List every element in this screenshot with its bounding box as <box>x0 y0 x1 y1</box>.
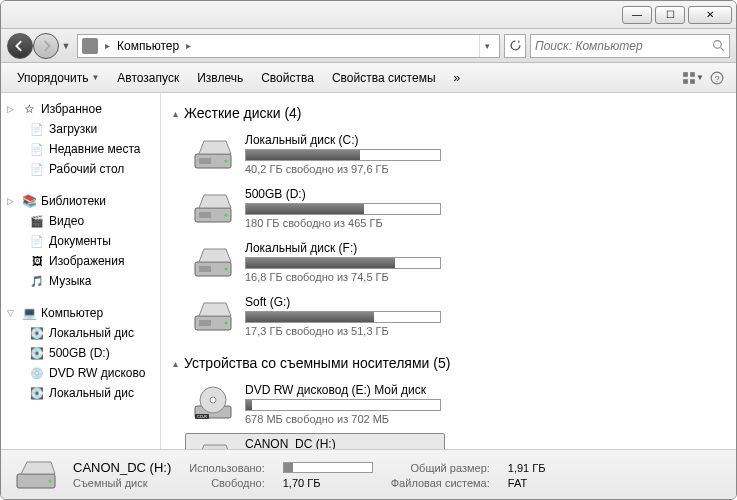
sidebar-item-pictures[interactable]: 🖼Изображения <box>1 251 160 271</box>
sidebar-libraries-header[interactable]: ▷ 📚 Библиотеки <box>1 191 160 211</box>
capacity-bar <box>245 203 441 215</box>
folder-icon: 📄 <box>29 121 45 137</box>
drive-free-text: 17,3 ГБ свободно из 51,3 ГБ <box>245 325 441 337</box>
svg-rect-3 <box>690 72 695 77</box>
refresh-button[interactable] <box>504 34 526 58</box>
sidebar-item-music[interactable]: 🎵Музыка <box>1 271 160 291</box>
svg-point-0 <box>714 41 722 49</box>
section-hard-drives[interactable]: ▴ Жесткие диски (4) <box>173 101 724 125</box>
sidebar-item-drive-f[interactable]: 💽Локальный дис <box>1 383 160 403</box>
chevron-down-icon: ▼ <box>91 73 99 82</box>
svg-rect-13 <box>199 212 211 218</box>
drive-item[interactable]: Локальный диск (F:) 16,8 ГБ свободно из … <box>185 237 445 287</box>
maximize-button[interactable]: ☐ <box>655 6 685 24</box>
arrow-left-icon <box>14 40 26 52</box>
nav-history-dropdown[interactable]: ▼ <box>59 41 73 51</box>
sidebar-item-downloads[interactable]: 📄Загрузки <box>1 119 160 139</box>
sidebar-item-drive-c[interactable]: 💽Локальный дис <box>1 323 160 343</box>
back-button[interactable] <box>7 33 33 59</box>
drive-free-text: 678 МБ свободно из 702 МБ <box>245 413 441 425</box>
status-free-value: 1,70 ГБ <box>283 477 373 489</box>
svg-text:CD-R: CD-R <box>197 414 207 419</box>
help-button[interactable]: ? <box>706 67 728 89</box>
system-properties-button[interactable]: Свойства системы <box>324 67 444 89</box>
breadcrumb-chevron-icon[interactable]: ▸ <box>102 40 113 51</box>
toolbar-overflow[interactable]: » <box>446 67 469 89</box>
drive-item[interactable]: CANON_DC (H:) 1,70 ГБ свободно из 1,91 Г… <box>185 433 445 449</box>
address-bar[interactable]: ▸ Компьютер ▸ ▾ <box>77 34 500 58</box>
drive-item[interactable]: Soft (G:) 17,3 ГБ свободно из 51,3 ГБ <box>185 291 445 341</box>
status-total-value: 1,91 ГБ <box>508 462 546 474</box>
collapse-icon: ▷ <box>7 104 17 114</box>
navigation-bar: ▼ ▸ Компьютер ▸ ▾ <box>1 29 736 63</box>
drive-name: DVD RW дисковод (E:) Мой диск <box>245 383 441 397</box>
capacity-bar <box>245 149 441 161</box>
status-total-label: Общий размер: <box>391 462 490 474</box>
minimize-button[interactable]: — <box>622 6 652 24</box>
close-button[interactable]: ✕ <box>688 6 732 24</box>
hard-drive-icon <box>189 295 237 337</box>
forward-button[interactable] <box>33 33 59 59</box>
dvd-icon: 💿 <box>29 365 45 381</box>
star-icon: ☆ <box>21 101 37 117</box>
status-fs-value: FAT <box>508 477 546 489</box>
sidebar-item-desktop[interactable]: 📄Рабочий стол <box>1 159 160 179</box>
status-used-label: Использовано: <box>189 462 265 474</box>
drive-icon: 💽 <box>29 325 45 341</box>
capacity-bar <box>245 311 441 323</box>
status-used-bar <box>283 462 373 473</box>
drive-free-text: 40,2 ГБ свободно из 97,6 ГБ <box>245 163 441 175</box>
collapse-icon: ▷ <box>7 196 17 206</box>
window-titlebar: — ☐ ✕ <box>1 1 736 29</box>
organize-menu[interactable]: Упорядочить▼ <box>9 67 107 89</box>
sidebar-favorites-header[interactable]: ▷ ☆ Избранное <box>1 99 160 119</box>
drive-item[interactable]: 500GB (D:) 180 ГБ свободно из 465 ГБ <box>185 183 445 233</box>
capacity-bar <box>245 257 441 269</box>
sidebar-item-drive-d[interactable]: 💽500GB (D:) <box>1 343 160 363</box>
svg-point-22 <box>210 397 216 403</box>
view-options-button[interactable]: ▼ <box>682 67 704 89</box>
folder-icon: 📄 <box>29 141 45 157</box>
sidebar-item-videos[interactable]: 🎬Видео <box>1 211 160 231</box>
expand-icon: ▽ <box>7 308 17 318</box>
address-dropdown[interactable]: ▾ <box>479 35 495 57</box>
drive-item[interactable]: CD-R DVD RW дисковод (E:) Мой диск 678 М… <box>185 379 445 429</box>
svg-text:?: ? <box>714 73 719 83</box>
drive-item[interactable]: Локальный диск (C:) 40,2 ГБ свободно из … <box>185 129 445 179</box>
navigation-pane: ▷ ☆ Избранное 📄Загрузки 📄Недавние места … <box>1 93 161 449</box>
computer-icon: 💻 <box>21 305 37 321</box>
drive-name: Локальный диск (C:) <box>245 133 441 147</box>
status-drive-name: CANON_DC (H:) <box>73 460 171 475</box>
section-removable[interactable]: ▴ Устройства со съемными носителями (5) <box>173 351 724 375</box>
svg-rect-10 <box>199 158 211 164</box>
sidebar-item-drive-dvd[interactable]: 💿DVD RW дисково <box>1 363 160 383</box>
sidebar-item-documents[interactable]: 📄Документы <box>1 231 160 251</box>
drive-name: 500GB (D:) <box>245 187 441 201</box>
svg-rect-4 <box>683 79 688 84</box>
cd-drive-icon: CD-R <box>189 383 237 425</box>
libraries-icon: 📚 <box>21 193 37 209</box>
drive-icon: 💽 <box>29 345 45 361</box>
drive-icon: 💽 <box>29 385 45 401</box>
arrow-right-icon <box>40 40 52 52</box>
status-drive-type: Съемный диск <box>73 477 171 489</box>
autoplay-button[interactable]: Автозапуск <box>109 67 187 89</box>
breadcrumb-item[interactable]: Компьютер <box>117 39 179 53</box>
command-toolbar: Упорядочить▼ Автозапуск Извлечь Свойства… <box>1 63 736 93</box>
folder-icon: 📄 <box>29 161 45 177</box>
search-input[interactable] <box>535 39 712 53</box>
svg-line-1 <box>721 48 724 51</box>
properties-button[interactable]: Свойства <box>253 67 322 89</box>
search-icon <box>712 39 725 52</box>
status-fs-label: Файловая система: <box>391 477 490 489</box>
search-box[interactable] <box>530 34 730 58</box>
svg-point-12 <box>225 214 228 217</box>
eject-button[interactable]: Извлечь <box>189 67 251 89</box>
hard-drive-icon <box>189 133 237 175</box>
sidebar-computer-header[interactable]: ▽ 💻 Компьютер <box>1 303 160 323</box>
breadcrumb-chevron-icon[interactable]: ▸ <box>183 40 194 51</box>
computer-icon <box>82 38 98 54</box>
status-free-label: Свободно: <box>189 477 265 489</box>
sidebar-item-recent[interactable]: 📄Недавние места <box>1 139 160 159</box>
drive-free-text: 16,8 ГБ свободно из 74,5 ГБ <box>245 271 441 283</box>
